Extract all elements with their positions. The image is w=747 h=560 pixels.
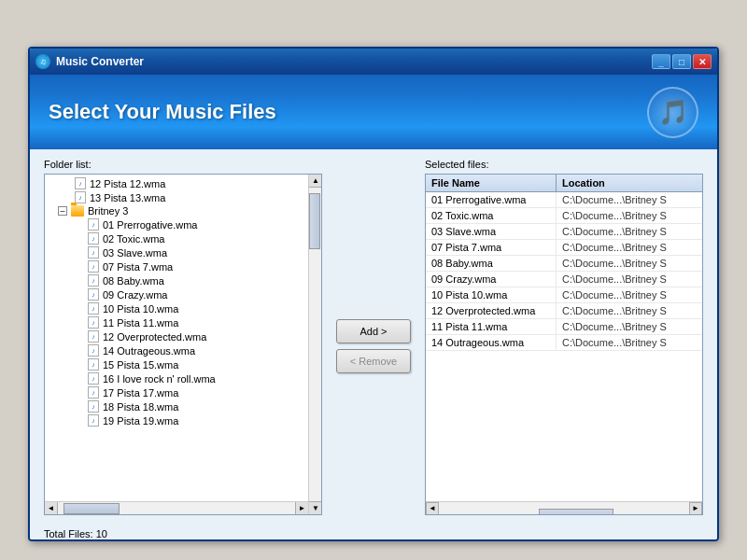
list-item[interactable]: ♪ 17 Pista 17.wma (45, 385, 321, 399)
add-button[interactable]: Add > (336, 319, 411, 343)
file-icon: ♪ (75, 191, 86, 203)
file-icon: ♪ (88, 358, 99, 371)
tree-horizontal-scrollbar[interactable]: ◄ ► (45, 501, 308, 514)
file-icon: ♪ (88, 344, 99, 357)
cell-location: C:\Docume...\Britney S (557, 224, 702, 239)
total-files-label: Total Files: 10 (30, 525, 717, 541)
list-item[interactable]: ♪ 02 Toxic.wma (45, 231, 321, 245)
file-name: 03 Slave.wma (103, 247, 167, 259)
scroll-left-arrow[interactable]: ◄ (426, 502, 439, 515)
table-row[interactable]: 08 Baby.wma C:\Docume...\Britney S (426, 256, 702, 272)
selected-files-label: Selected files: (425, 159, 703, 170)
title-bar: ♫ Music Converter _ □ ✕ (30, 49, 717, 75)
file-icon: ♪ (88, 302, 99, 315)
list-item[interactable]: ♪ 07 Pista 7.wma (45, 259, 321, 273)
list-item[interactable]: ♪ 14 Outrageous.wma (45, 343, 321, 357)
file-icon: ♪ (88, 414, 99, 427)
cell-filename: 01 Prerrogative.wma (426, 192, 557, 207)
list-item[interactable]: – Britney 3 (45, 204, 321, 217)
table-row[interactable]: 03 Slave.wma C:\Docume...\Britney S (426, 224, 702, 240)
expand-icon[interactable]: – (58, 206, 67, 216)
cell-location: C:\Docume...\Britney S (557, 272, 702, 287)
column-location: Location (557, 175, 702, 191)
remove-button[interactable]: < Remove (336, 349, 411, 373)
column-filename: File Name (426, 175, 557, 191)
maximize-button[interactable]: □ (672, 54, 691, 69)
file-name: 17 Pista 17.wma (103, 387, 178, 399)
cell-filename: 14 Outrageous.wma (426, 335, 557, 350)
list-item[interactable]: ♪ 03 Slave.wma (45, 245, 321, 259)
title-bar-left: ♫ Music Converter (35, 54, 144, 69)
file-icon: ♪ (88, 372, 99, 385)
cell-filename: 02 Toxic.wma (426, 208, 557, 223)
file-name: 18 Pista 18.wma (103, 401, 178, 413)
table-row[interactable]: 12 Overprotected.wma C:\Docume...\Britne… (426, 303, 702, 319)
close-button[interactable]: ✕ (693, 54, 712, 69)
table-row[interactable]: 02 Toxic.wma C:\Docume...\Britney S (426, 208, 702, 224)
file-icon: ♪ (88, 274, 99, 287)
scrollbar-thumb-h (63, 503, 120, 514)
file-name: 12 Overprotected.wma (103, 331, 206, 343)
file-name: 14 Outrageous.wma (103, 345, 195, 357)
cell-filename: 09 Crazy.wma (426, 272, 557, 287)
cell-location: C:\Docume...\Britney S (557, 303, 702, 318)
file-name: 13 Pista 13.wma (90, 192, 165, 203)
file-name: 12 Pista 12.wma (90, 178, 165, 189)
table-row[interactable]: 07 Pista 7.wma C:\Docume...\Britney S (426, 240, 702, 256)
cell-location: C:\Docume...\Britney S (557, 208, 702, 223)
folder-name: Britney 3 (88, 205, 128, 217)
list-item[interactable]: ♪ 15 Pista 15.wma (45, 357, 321, 371)
file-icon: ♪ (88, 232, 99, 245)
list-item[interactable]: ♪ 13 Pista 13.wma (45, 190, 321, 204)
right-panel: Selected files: File Name Location 01 Pr… (425, 159, 703, 515)
file-name: 08 Baby.wma (103, 275, 164, 287)
table-row[interactable]: 09 Crazy.wma C:\Docume...\Britney S (426, 272, 702, 287)
file-icon: ♪ (75, 177, 86, 189)
scrollbar-thumb (309, 193, 320, 249)
list-item[interactable]: ♪ 08 Baby.wma (45, 273, 321, 287)
table-row[interactable]: 10 Pista 10.wma C:\Docume...\Britney S (426, 287, 702, 303)
list-item[interactable]: ♪ 18 Pista 18.wma (45, 399, 321, 413)
cell-filename: 07 Pista 7.wma (426, 240, 557, 255)
file-icon: ♪ (88, 330, 99, 343)
cell-location: C:\Docume...\Britney S (557, 319, 702, 334)
list-item[interactable]: ♪ 01 Prerrogative.wma (45, 217, 321, 231)
header: Select Your Music Files 🎵 (30, 75, 717, 149)
folder-tree[interactable]: ♪ 12 Pista 12.wma ♪ 13 Pista 13.wma – (44, 174, 322, 515)
cell-filename: 10 Pista 10.wma (426, 287, 557, 302)
list-item[interactable]: ♪ 12 Overprotected.wma (45, 329, 321, 343)
file-name: 19 Pista 19.wma (103, 415, 178, 427)
file-icon: ♪ (88, 260, 99, 273)
cell-location: C:\Docume...\Britney S (557, 192, 702, 207)
file-icon: ♪ (88, 386, 99, 399)
cell-filename: 03 Slave.wma (426, 224, 557, 239)
file-name: 11 Pista 11.wma (103, 317, 178, 329)
selected-files-table: File Name Location 01 Prerrogative.wma C… (425, 174, 703, 515)
table-scrollbar-thumb (539, 509, 613, 516)
table-body: 01 Prerrogative.wma C:\Docume...\Britney… (426, 192, 702, 501)
table-row[interactable]: 14 Outrageous.wma C:\Docume...\Britney S (426, 335, 702, 351)
folder-list-label: Folder list: (44, 159, 322, 170)
table-row[interactable]: 11 Pista 11.wma C:\Docume...\Britney S (426, 319, 702, 335)
tree-vertical-scrollbar[interactable]: ▲ ▼ (308, 175, 321, 514)
app-icon: ♫ (35, 54, 50, 69)
main-content: Folder list: ♪ 12 Pista 12.wma ♪ 13 Pist… (30, 149, 717, 541)
file-icon: ♪ (88, 246, 99, 259)
window-title: Music Converter (56, 55, 144, 68)
table-row[interactable]: 01 Prerrogative.wma C:\Docume...\Britney… (426, 192, 702, 208)
window-controls: _ □ ✕ (652, 54, 712, 69)
file-name: 16 I love rock n' roll.wma (103, 373, 216, 385)
cell-filename: 12 Overprotected.wma (426, 303, 557, 318)
list-item[interactable]: ♪ 11 Pista 11.wma (45, 315, 321, 329)
list-item[interactable]: ♪ 16 I love rock n' roll.wma (45, 371, 321, 385)
list-item[interactable]: ♪ 10 Pista 10.wma (45, 301, 321, 315)
list-item[interactable]: ♪ 12 Pista 12.wma (45, 176, 321, 190)
minimize-button[interactable]: _ (652, 54, 670, 69)
list-item[interactable]: ♪ 19 Pista 19.wma (45, 413, 321, 427)
file-name: 02 Toxic.wma (103, 233, 164, 245)
scroll-right-arrow[interactable]: ► (689, 502, 702, 515)
table-header: File Name Location (426, 175, 702, 192)
list-item[interactable]: ♪ 09 Crazy.wma (45, 287, 321, 301)
cell-filename: 08 Baby.wma (426, 256, 557, 271)
table-horizontal-scrollbar[interactable]: ◄ ► (426, 501, 702, 514)
